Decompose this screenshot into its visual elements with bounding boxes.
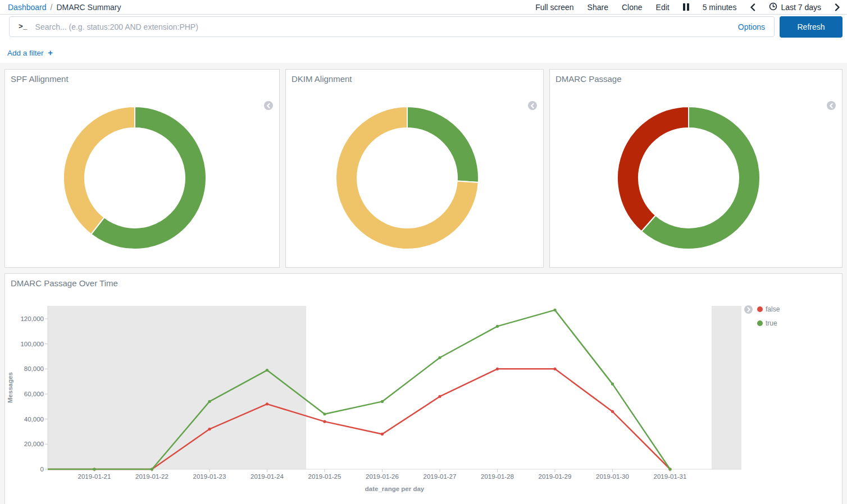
svg-text:2019-01-29: 2019-01-29 <box>539 473 572 480</box>
breadcrumb: Dashboard / DMARC Summary <box>8 3 121 12</box>
svg-text:20,000: 20,000 <box>24 441 44 447</box>
collapse-legend-icon[interactable] <box>264 101 273 110</box>
svg-text:40,000: 40,000 <box>24 416 44 423</box>
svg-text:100,000: 100,000 <box>20 341 44 347</box>
clone-button[interactable]: Clone <box>622 3 643 12</box>
dashboard-grid: SPF Allignment DKIM Alignment DMARC Pass… <box>0 63 847 504</box>
refresh-button[interactable]: Refresh <box>780 16 843 38</box>
time-range-label: Last 7 days <box>781 3 821 12</box>
chevron-right-icon[interactable] <box>835 3 840 11</box>
search-input[interactable] <box>35 22 731 31</box>
spf-donut-chart[interactable] <box>5 106 279 250</box>
svg-text:2019-01-27: 2019-01-27 <box>424 473 457 480</box>
panel-spf-alignment: SPF Allignment <box>4 69 280 268</box>
svg-text:60,000: 60,000 <box>24 391 44 397</box>
chart-legend: false true <box>757 305 780 327</box>
panel-title: DKIM Alignment <box>286 70 543 86</box>
legend-label: false <box>766 305 780 313</box>
legend-label: true <box>766 319 777 327</box>
legend-dot-true-icon <box>757 320 763 326</box>
chevron-left-icon[interactable] <box>750 3 755 11</box>
panel-dmarc-passage-over-time: DMARC Passage Over Time 020,00040,00060,… <box>4 273 843 504</box>
top-nav-actions: Full screen Share Clone Edit 5 minutes L… <box>535 2 840 12</box>
top-nav: Dashboard / DMARC Summary Full screen Sh… <box>0 0 847 15</box>
share-button[interactable]: Share <box>588 3 608 12</box>
refresh-interval-button[interactable]: 5 minutes <box>703 3 737 12</box>
pause-icon[interactable] <box>683 3 689 11</box>
add-filter-link[interactable]: Add a filter <box>7 49 44 57</box>
svg-text:0: 0 <box>40 466 44 473</box>
panel-dkim-alignment: DKIM Alignment <box>285 69 544 268</box>
svg-text:2019-01-23: 2019-01-23 <box>193 473 226 480</box>
clock-icon <box>769 2 777 12</box>
edit-button[interactable]: Edit <box>656 3 670 12</box>
time-range-picker[interactable]: Last 7 days <box>769 2 821 12</box>
panel-title: DMARC Passage <box>550 70 842 86</box>
panel-dmarc-passage: DMARC Passage <box>549 69 843 268</box>
legend-dot-false-icon <box>757 306 763 312</box>
svg-text:2019-01-30: 2019-01-30 <box>596 473 629 480</box>
donut-panels-row: SPF Allignment DKIM Alignment DMARC Pass… <box>4 69 843 268</box>
page-title: DMARC Summary <box>56 3 121 12</box>
panel-title: SPF Allignment <box>5 70 279 86</box>
legend-item-false[interactable]: false <box>757 305 780 313</box>
dmarc-donut-chart[interactable] <box>550 106 842 250</box>
svg-text:2019-01-25: 2019-01-25 <box>308 473 341 480</box>
svg-text:2019-01-26: 2019-01-26 <box>366 473 399 480</box>
svg-text:2019-01-28: 2019-01-28 <box>481 473 514 480</box>
svg-text:Messages: Messages <box>7 372 13 403</box>
dkim-donut-chart[interactable] <box>286 106 543 250</box>
search-input-container[interactable]: >_ Options <box>9 16 775 37</box>
collapse-legend-icon[interactable] <box>528 101 537 110</box>
collapse-legend-icon[interactable] <box>827 101 836 110</box>
console-prompt-icon: >_ <box>19 22 28 31</box>
breadcrumb-dashboard-link[interactable]: Dashboard <box>8 3 47 12</box>
expand-legend-icon[interactable] <box>744 305 753 314</box>
options-link[interactable]: Options <box>738 22 765 31</box>
full-screen-button[interactable]: Full screen <box>535 3 573 12</box>
svg-text:2019-01-21: 2019-01-21 <box>78 473 111 480</box>
panel-title: DMARC Passage Over Time <box>5 274 842 290</box>
svg-text:date_range per day: date_range per day <box>365 485 425 492</box>
plus-icon[interactable]: + <box>48 48 53 57</box>
svg-text:2019-01-31: 2019-01-31 <box>654 473 687 480</box>
header-area: Dashboard / DMARC Summary Full screen Sh… <box>0 0 847 63</box>
breadcrumb-separator: / <box>51 3 53 12</box>
filter-bar: Add a filter + <box>0 41 847 63</box>
svg-text:120,000: 120,000 <box>20 315 44 322</box>
svg-text:80,000: 80,000 <box>24 365 44 372</box>
svg-text:2019-01-24: 2019-01-24 <box>251 473 284 480</box>
query-bar: >_ Options Refresh <box>0 15 847 41</box>
svg-text:2019-01-22: 2019-01-22 <box>135 473 169 480</box>
legend-item-true[interactable]: true <box>757 319 780 327</box>
